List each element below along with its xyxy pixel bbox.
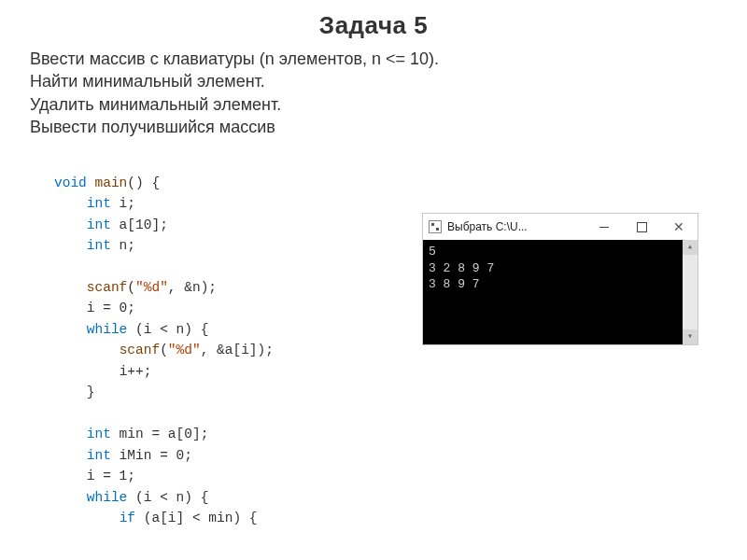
code-line: i++; [54, 364, 151, 379]
console-line: 5 [429, 244, 692, 260]
scrollbar[interactable]: ▴ ▾ [683, 240, 698, 344]
code-line: if (a[i] < min) { [54, 511, 258, 525]
minimize-button[interactable] [585, 214, 623, 240]
page-title: Задача 5 [0, 11, 747, 40]
maximize-button[interactable] [623, 214, 660, 240]
console-window: Выбрать C:\U... ✕ 5 3 2 8 9 7 3 8 9 7 ▴ … [422, 213, 698, 345]
code-line: int iMin = 0; [54, 448, 192, 463]
app-icon [429, 220, 442, 233]
code-line: i = 1; [54, 469, 135, 483]
code-line: scanf("%d", &a[i]); [54, 343, 274, 357]
close-button[interactable]: ✕ [660, 214, 698, 240]
code-line: int min = a[0]; [54, 427, 208, 441]
code-line: } [54, 385, 95, 399]
code-line: i = 0; [54, 301, 135, 315]
task-text: Ввести массив с клавиатуры (n элементов,… [30, 48, 717, 138]
window-title: Выбрать C:\U... [447, 220, 528, 233]
task-line: Ввести массив с клавиатуры (n элементов,… [30, 48, 717, 70]
console-line: 3 2 8 9 7 [429, 260, 692, 277]
code-line: int n; [54, 238, 135, 253]
code-line: scanf("%d", &n); [54, 280, 217, 295]
code-line: int a[10]; [54, 217, 168, 232]
window-titlebar[interactable]: Выбрать C:\U... ✕ [423, 214, 698, 240]
code-line: void main() { [54, 175, 160, 190]
console-output: 5 3 2 8 9 7 3 8 9 7 ▴ ▾ [423, 240, 698, 344]
code-line: while (i < n) { [54, 322, 208, 337]
scroll-up-button[interactable]: ▴ [683, 240, 698, 255]
task-line: Удалить минимальный элемент. [30, 93, 717, 116]
code-line: while (i < n) { [54, 490, 208, 505]
scroll-down-button[interactable]: ▾ [683, 329, 698, 344]
task-line: Найти минимальный элемент. [30, 70, 717, 92]
task-line: Вывести получившийся массив [30, 116, 717, 138]
code-listing: void main() { int i; int a[10]; int n; s… [54, 151, 274, 528]
console-line: 3 8 9 7 [429, 276, 692, 293]
code-line: int i; [54, 196, 135, 211]
